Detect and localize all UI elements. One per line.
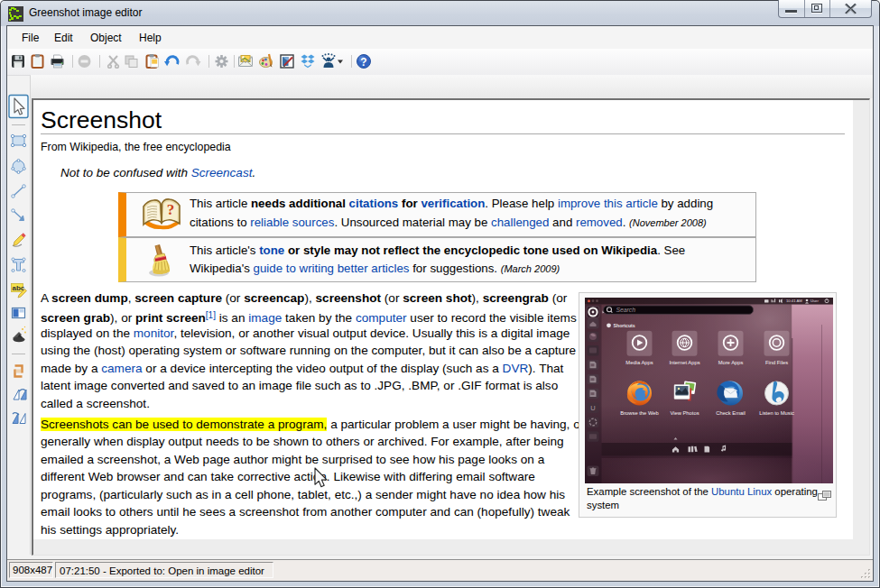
svg-text:Internet Apps: Internet Apps (669, 359, 699, 364)
svg-text:U: U (590, 404, 595, 412)
svg-text:?: ? (360, 56, 366, 69)
svg-text:View Photos: View Photos (670, 409, 699, 415)
svg-text:Find Files: Find Files (765, 359, 788, 364)
svg-text:Listen to Music: Listen to Music (759, 409, 794, 415)
svg-text:Shortcuts: Shortcuts (614, 323, 635, 328)
svg-text:Media Apps: Media Apps (625, 359, 653, 364)
svg-text:User: User (811, 299, 819, 303)
svg-text:?: ? (167, 201, 175, 218)
svg-text:10:41 AM: 10:41 AM (786, 299, 802, 303)
svg-text:Browse the Web: Browse the Web (620, 409, 658, 415)
svg-text:Search: Search (616, 306, 636, 312)
svg-text:Check Email: Check Email (716, 409, 746, 415)
svg-text:More Apps: More Apps (718, 359, 744, 364)
